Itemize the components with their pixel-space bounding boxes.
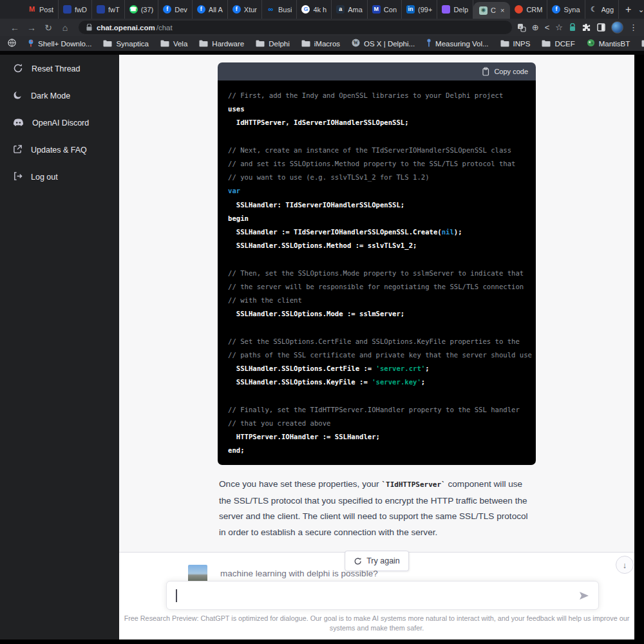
folder-icon: [160, 38, 169, 50]
svg-text:W: W: [354, 40, 359, 46]
code-token: // Set the SSLOptions.CertFile and SSLOp…: [228, 337, 520, 345]
back-icon[interactable]: ←: [6, 23, 23, 33]
browser-tab[interactable]: fSyna: [547, 0, 585, 19]
bookmark-item[interactable]: Delphi: [256, 38, 290, 50]
code-line: [228, 321, 531, 334]
home-icon[interactable]: ⌂: [57, 23, 73, 33]
bookmark-item[interactable]: Measuring Vol...: [426, 38, 488, 50]
bookmark-item[interactable]: WOS X | Delphi...: [352, 38, 415, 50]
browser-tab-active[interactable]: ✳C×: [473, 2, 510, 19]
sidebar-item-openai-discord[interactable]: OpenAI Discord: [5, 111, 114, 135]
star-icon[interactable]: ☆: [555, 23, 563, 32]
code-token: // you want to use (e.g. sslvTLSv1_2 for…: [228, 173, 430, 181]
browser-menu-icon[interactable]: ⋮: [629, 23, 638, 32]
sidebar-item-label: Reset Thread: [32, 64, 80, 73]
bookmark-item[interactable]: DCEF: [542, 38, 574, 50]
code-block: Copy code // First, add the Indy and Ope…: [218, 62, 536, 465]
browser-profile-avatar[interactable]: [611, 21, 623, 33]
copy-code-button[interactable]: Copy code: [494, 68, 528, 75]
browser-tab[interactable]: aAma: [332, 0, 368, 19]
tab-label: fwT: [108, 6, 120, 14]
tab-favicon-icon: [97, 5, 105, 14]
bookmark-label: Delphi: [269, 40, 290, 48]
browser-tab[interactable]: MPost: [23, 0, 59, 19]
forward-icon[interactable]: →: [23, 23, 40, 33]
chat-main: Copy code // First, add the Indy and Ope…: [119, 55, 634, 639]
tab-search-chevron-icon[interactable]: ⌄: [638, 5, 644, 14]
browser-tab[interactable]: G4k h: [297, 0, 332, 19]
code-token: end;: [228, 446, 245, 454]
tab-favicon-icon: [515, 5, 523, 14]
code-line: [228, 389, 531, 402]
sidebar-item-dark-mode[interactable]: Dark Mode: [5, 84, 114, 108]
bookmark-label: Vela: [173, 40, 187, 48]
share-icon[interactable]: <: [545, 23, 550, 32]
bookmark-item[interactable]: Vela: [160, 38, 187, 50]
browser-tab[interactable]: fXtur: [228, 0, 262, 19]
try-again-label: Try again: [366, 556, 400, 565]
send-button[interactable]: [579, 591, 589, 600]
external-link-icon: [13, 144, 23, 156]
browser-toolbar: ← → ↻ ⌂ chat.openai.com /chat a ⊕ < ☆ ⋮: [0, 19, 644, 36]
browser-tab[interactable]: ∞Busi: [262, 0, 297, 19]
scroll-to-bottom-button[interactable]: ↓: [616, 556, 634, 574]
tab-favicon-icon: [442, 5, 450, 14]
code-token: SSLHandler.SSLOptions.KeyFile :=: [228, 378, 372, 386]
pin-red-icon: [28, 38, 34, 50]
sidebar-item-updates-faq[interactable]: Updates & FAQ: [5, 138, 114, 162]
browser-tab[interactable]: ☾Agg: [585, 0, 620, 19]
browser-tab[interactable]: ☎(37): [125, 0, 159, 19]
sidebar-item-log-out[interactable]: Log out: [5, 166, 114, 189]
tab-label: Delp: [453, 6, 468, 14]
code-line: begin: [228, 212, 531, 225]
screen-edge-bottom: [0, 639, 644, 644]
code-line: SSLHandler.SSLOptions.Method := sslvTLSv…: [228, 239, 531, 252]
code-line: // that you created above: [228, 417, 531, 430]
translate-icon[interactable]: a: [517, 23, 526, 32]
tab-favicon-icon: f: [197, 5, 205, 14]
bookmark-item[interactable]: INPS: [500, 38, 531, 50]
tab-label: All A: [209, 6, 223, 14]
browser-tab[interactable]: Delp: [437, 0, 473, 19]
address-bar[interactable]: chat.openai.com /chat: [79, 21, 512, 34]
code-line: SSLHandler.SSLOptions.CertFile := 'serve…: [228, 362, 531, 375]
folder-icon: [199, 38, 208, 50]
bookmark-label: Shell+ Downlo...: [38, 40, 91, 48]
browser-tab[interactable]: MCon: [368, 0, 402, 19]
bookmark-item[interactable]: [8, 38, 16, 50]
browser-tab[interactable]: fDev: [158, 0, 193, 19]
code-line: [228, 252, 531, 266]
sidebar-item-label: OpenAI Discord: [32, 118, 89, 128]
bookmark-item[interactable]: Hardware: [199, 38, 244, 50]
folder-icon: [500, 38, 509, 50]
tab-close-icon[interactable]: ×: [500, 6, 504, 14]
zoom-icon[interactable]: ⊕: [532, 23, 539, 32]
extensions-puzzle-icon[interactable]: [582, 23, 591, 32]
browser-tab[interactable]: fAll A: [193, 0, 228, 19]
tab-label: Busi: [278, 6, 292, 14]
reload-icon[interactable]: ↻: [40, 23, 57, 33]
sidebar-toggle-icon[interactable]: [597, 23, 605, 32]
tab-favicon-icon: f: [163, 5, 171, 14]
sidebar-item-reset-thread[interactable]: Reset Thread: [5, 57, 114, 80]
code-token: // and set its SSLOptions.Method propert…: [228, 160, 515, 167]
footer-disclaimer: Free Research Preview: ChatGPT is optimi…: [122, 614, 631, 633]
tab-label: Dev: [175, 6, 187, 14]
new-tab-button[interactable]: +: [619, 4, 638, 15]
bookmark-item[interactable]: iMacros: [301, 38, 340, 50]
browser-tab[interactable]: CRM: [510, 0, 547, 19]
browser-tab[interactable]: in(99+: [402, 0, 437, 19]
code-line: [228, 130, 531, 144]
bookmark-item[interactable]: Shell+ Downlo...: [28, 38, 91, 50]
bookmark-item[interactable]: Synaptica: [103, 38, 149, 50]
browser-tab[interactable]: fwT: [92, 0, 125, 19]
bookmark-item[interactable]: MantisBT: [587, 38, 630, 50]
chat-input[interactable]: [166, 581, 599, 610]
tab-favicon-icon: ☎: [129, 5, 138, 14]
bookmark-item[interactable]: Delphi: [641, 38, 644, 50]
proxy-lock-icon[interactable]: [569, 23, 576, 32]
browser-tab[interactable]: fwD: [59, 0, 92, 19]
paragraph-text: Once you have set these properties, your: [219, 479, 381, 489]
user-message: machine learning with delphi is possible…: [220, 569, 378, 578]
tab-label: Syna: [564, 6, 580, 14]
